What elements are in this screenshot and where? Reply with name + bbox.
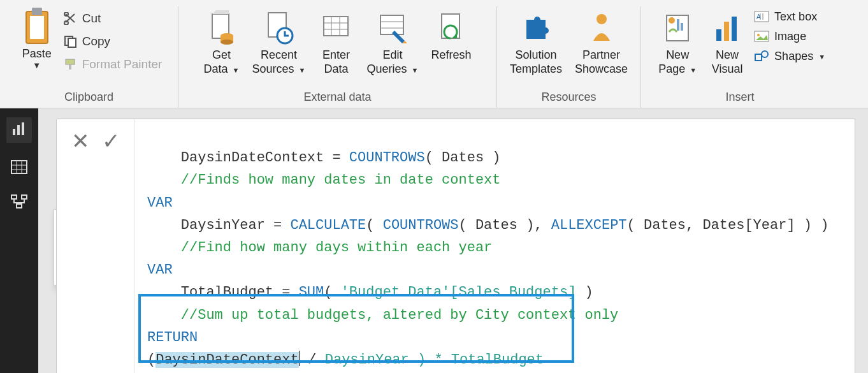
- edit-queries-label: Edit Queries: [366, 48, 407, 75]
- formula-text: TotalBudget =: [181, 284, 299, 300]
- clipboard-group: Paste ▼ Cut Copy: [0, 6, 178, 108]
- chevron-down-icon: ▼: [412, 66, 419, 74]
- cancel-formula-button[interactable]: ✕: [71, 128, 89, 154]
- formula-text: DaysinDateContext =: [181, 150, 349, 166]
- image-icon: [754, 31, 770, 43]
- svg-rect-40: [13, 129, 15, 135]
- svg-rect-49: [22, 195, 27, 199]
- solution-templates-label: Solution Templates: [510, 48, 562, 76]
- report-view-button[interactable]: [6, 117, 32, 143]
- image-button[interactable]: Image: [751, 29, 828, 45]
- formula-keyword: VAR: [147, 262, 173, 278]
- new-visual-icon: [709, 9, 745, 47]
- svg-rect-8: [69, 64, 71, 69]
- commit-formula-button[interactable]: ✓: [102, 128, 120, 154]
- svg-rect-2: [32, 8, 42, 15]
- resources-group-label: Resources: [503, 87, 634, 108]
- enter-data-icon: [318, 9, 354, 47]
- edit-queries-button[interactable]: Edit Queries ▼: [360, 6, 424, 76]
- svg-rect-31: [732, 17, 737, 41]
- formula-fn: CALCULATE: [290, 217, 366, 233]
- svg-point-37: [757, 34, 760, 36]
- textbox-icon: A: [754, 11, 770, 24]
- data-view-button[interactable]: [10, 159, 28, 177]
- person-icon: [584, 9, 619, 47]
- svg-rect-27: [677, 19, 679, 31]
- svg-rect-28: [681, 23, 683, 31]
- paste-label: Paste: [22, 47, 52, 61]
- new-visual-button[interactable]: New Visual: [703, 6, 751, 76]
- svg-point-26: [669, 17, 675, 24]
- chevron-down-icon: ▼: [818, 53, 825, 61]
- external-data-group-label: External data: [185, 87, 490, 108]
- recent-sources-label: Recent Sources: [252, 48, 298, 75]
- enter-data-label: Enter Data: [322, 48, 350, 76]
- panel-strip: Com ✕ ✓ DaysinDateContext = COUNTROWS( D…: [38, 108, 868, 373]
- formula-comment: //Find how many days within each year: [181, 240, 492, 256]
- formula-selection: DaysinDateContext: [156, 352, 298, 368]
- cut-label: Cut: [82, 11, 101, 26]
- recent-sources-button[interactable]: Recent Sources ▼: [246, 6, 312, 76]
- cut-button[interactable]: Cut: [61, 10, 165, 27]
- svg-point-3: [64, 21, 68, 25]
- puzzle-icon: [518, 9, 554, 47]
- svg-point-12: [221, 40, 233, 45]
- enter-data-button[interactable]: Enter Data: [312, 6, 360, 76]
- new-page-icon: [660, 9, 695, 47]
- formula-text: (: [366, 217, 382, 233]
- text-box-button[interactable]: A Text box: [751, 9, 828, 25]
- formula-fn: COUNTROWS: [383, 217, 459, 233]
- formula-bar[interactable]: ✕ ✓ DaysinDateContext = COUNTROWS( Dates…: [56, 119, 855, 373]
- formula-comment: //Finds how many dates in date context: [181, 172, 501, 188]
- shapes-label: Shapes: [774, 50, 813, 63]
- refresh-label: Refresh: [431, 48, 471, 62]
- svg-rect-7: [66, 59, 75, 64]
- svg-rect-29: [716, 29, 721, 41]
- external-data-group: Get Data ▼ Recent Sources ▼ Enter Data E…: [178, 6, 497, 108]
- new-page-button[interactable]: New Page ▼: [652, 6, 703, 76]
- get-data-icon: [204, 9, 240, 47]
- refresh-button[interactable]: Refresh: [424, 6, 477, 62]
- left-nav: [0, 108, 38, 373]
- formula-fn: ALLEXCEPT: [551, 217, 627, 233]
- ribbon: Paste ▼ Cut Copy: [0, 0, 868, 108]
- formula-fn: SUM: [299, 284, 324, 300]
- shapes-button[interactable]: Shapes ▼: [751, 48, 828, 64]
- formula-text: DaysinYear =: [181, 217, 291, 233]
- edit-queries-icon: [375, 9, 410, 47]
- chevron-down-icon: ▼: [233, 66, 240, 74]
- resources-group: Solution Templates Partner Showcase Reso…: [497, 6, 641, 108]
- insert-group: New Page ▼ New Visual A Text box: [641, 6, 839, 108]
- svg-point-24: [597, 14, 607, 24]
- get-data-button[interactable]: Get Data ▼: [198, 6, 246, 76]
- textbox-label: Text box: [774, 10, 817, 24]
- paste-button[interactable]: Paste ▼: [13, 6, 61, 70]
- svg-rect-30: [724, 22, 729, 41]
- insert-group-label: Insert: [647, 87, 832, 108]
- formula-ref: DaysinYear ) * TotalBudget: [325, 352, 544, 368]
- formula-keyword: VAR: [147, 195, 173, 211]
- chevron-down-icon: ▼: [690, 66, 697, 74]
- copy-button[interactable]: Copy: [61, 33, 165, 50]
- copy-label: Copy: [82, 34, 110, 48]
- shapes-icon: [754, 50, 770, 63]
- model-view-button[interactable]: [10, 194, 28, 212]
- formula-text: ( Dates, Dates[Year] ) ): [627, 217, 829, 233]
- formula-text: (: [147, 352, 156, 368]
- formula-comment: //Sum up total budgets, altered by City …: [181, 307, 619, 323]
- format-painter-button[interactable]: Format Painter: [61, 56, 165, 73]
- formula-text: ( Dates ),: [459, 217, 551, 233]
- svg-rect-15: [324, 17, 348, 36]
- formula-editor[interactable]: DaysinDateContext = COUNTROWS( Dates ) /…: [134, 119, 855, 373]
- partner-showcase-button[interactable]: Partner Showcase: [568, 6, 634, 76]
- formula-text: ): [576, 284, 593, 300]
- formula-ref: 'Budget Data'[Sales Budgets]: [341, 284, 577, 300]
- formula-fn: COUNTROWS: [349, 150, 425, 166]
- svg-rect-1: [30, 16, 44, 39]
- solution-templates-button[interactable]: Solution Templates: [503, 6, 568, 76]
- formula-text: /: [300, 352, 325, 368]
- image-label: Image: [774, 30, 806, 43]
- svg-rect-43: [11, 161, 27, 173]
- svg-rect-6: [68, 38, 76, 47]
- svg-rect-20: [380, 15, 403, 34]
